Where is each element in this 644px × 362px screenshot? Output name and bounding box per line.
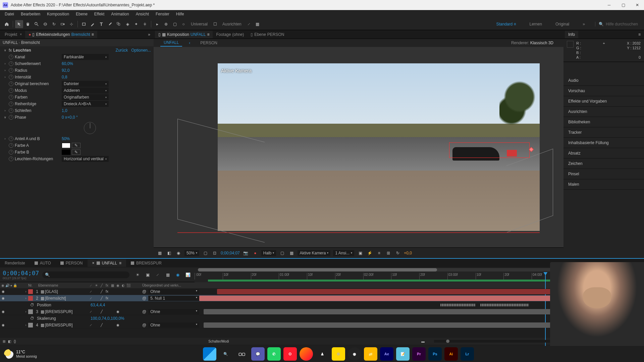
ruler-tick[interactable]: 10f xyxy=(391,273,419,280)
info-menu[interactable]: ≡ xyxy=(636,32,643,37)
ruler-tick[interactable]: 20f xyxy=(503,273,532,280)
workspace-more[interactable]: » xyxy=(580,20,588,28)
shy-toggle[interactable]: ⟋ xyxy=(89,296,93,301)
minimize-button[interactable]: ─ xyxy=(605,1,613,9)
frame-blend-icon[interactable]: ▦ xyxy=(164,271,172,279)
toggle-modes-icon[interactable]: ◧ xyxy=(8,340,11,343)
pickwhip-icon[interactable]: @ xyxy=(142,289,146,294)
panel-audio[interactable]: Audio xyxy=(564,75,644,86)
tab-komposition[interactable]: ▯ ▦ Komposition UNFALL ≡ xyxy=(155,31,213,38)
snap-tool[interactable]: ⟋ xyxy=(245,20,253,28)
parent-dropdown[interactable]: Ohne▾ xyxy=(148,322,199,328)
always-preview-icon[interactable]: ▦ xyxy=(156,250,163,256)
anchor-tool[interactable]: ⊹ xyxy=(67,20,75,28)
mask-icon[interactable]: ◉ xyxy=(175,250,182,256)
universal-checkbox[interactable]: ○ xyxy=(179,20,187,28)
layer-name[interactable]: [BREMSSPUR] xyxy=(45,323,89,327)
close-button[interactable]: ✕ xyxy=(633,1,641,9)
frameblend-switch-icon[interactable]: ▦ xyxy=(110,283,115,288)
tab-person[interactable]: PERSON xyxy=(56,259,88,267)
stopwatch-icon[interactable] xyxy=(9,95,13,100)
weather-widget[interactable]: 11°C Meist sonnig xyxy=(4,349,37,359)
fx-intensitaet-value[interactable]: 0,8 xyxy=(62,75,67,79)
speaker-column-icon[interactable]: 🔊 xyxy=(5,284,9,287)
illustrator-app[interactable]: Ai xyxy=(444,347,458,361)
collapse-switch-icon[interactable]: ☀ xyxy=(94,283,99,288)
adjustment-switch-icon[interactable]: ◐ xyxy=(121,283,125,288)
motionblur-toggle[interactable] xyxy=(115,289,120,294)
brush-tool[interactable] xyxy=(106,20,114,28)
layer-name[interactable]: [GLAS] xyxy=(45,289,89,294)
pickwhip-icon[interactable]: @ xyxy=(142,323,146,327)
explorer-app[interactable]: 📁 xyxy=(364,347,377,361)
channel-icon[interactable]: ● xyxy=(252,250,259,256)
shy-switch-icon[interactable]: ⟋ xyxy=(89,283,93,288)
pickwhip-icon[interactable]: @ xyxy=(142,296,146,301)
safe-zones-icon[interactable]: ▢ xyxy=(279,250,285,256)
visibility-toggle[interactable]: ◉ xyxy=(1,296,5,301)
ruler-tick[interactable]: :00f xyxy=(195,273,223,280)
tab-footage[interactable]: Footage (ohne) xyxy=(213,31,247,38)
tab-auto[interactable]: AUTO xyxy=(30,259,56,267)
snap-grid-tool[interactable]: ▦ xyxy=(254,20,262,28)
fx-radius-value[interactable]: 92,0 xyxy=(62,68,69,73)
hide-shy-icon[interactable]: ⟋ xyxy=(154,271,162,279)
selection-tool[interactable] xyxy=(15,20,23,28)
tab-effekteinstellungen[interactable]: ● ▯ Effekteinstellungen Bremslicht ≡ xyxy=(25,31,97,38)
stopwatch-icon[interactable] xyxy=(9,88,13,93)
puppet-tool[interactable] xyxy=(141,20,149,28)
fx-richtungen-dropdown[interactable]: Horizontal und vertikal▾ xyxy=(62,156,109,162)
stopwatch-icon[interactable]: ⏱ xyxy=(30,303,35,307)
fx-toggle[interactable] xyxy=(105,323,109,327)
fx-original-dropdown[interactable]: Dahinter▾ xyxy=(62,81,109,87)
menu-fenster[interactable]: Fenster xyxy=(152,10,173,18)
menu-hilfe[interactable]: Hilfe xyxy=(173,10,187,18)
visibility-toggle[interactable]: ◉ xyxy=(1,323,5,327)
task-view-button[interactable]: ▢▢ xyxy=(235,347,249,361)
fx-leuchten-header[interactable]: ∨ fx Leuchten Zurück Optionen... xyxy=(0,47,154,54)
home-tool[interactable] xyxy=(3,20,11,28)
motion-blur-icon[interactable]: ◉ xyxy=(174,271,182,279)
reset-exposure-icon[interactable]: ↻ xyxy=(394,250,401,256)
layer-color[interactable] xyxy=(28,289,33,294)
panel-inhaltsbasierte[interactable]: Inhaltsbasierte Füllung xyxy=(564,138,644,148)
motionblur-toggle[interactable]: ◉ xyxy=(115,309,120,314)
expand-arrow[interactable]: › xyxy=(23,297,28,300)
text-tool[interactable]: T xyxy=(97,20,105,28)
visibility-toggle[interactable]: ◉ xyxy=(1,309,5,314)
panel-overflow[interactable]: » xyxy=(146,32,152,37)
panel-tracker[interactable]: Tracker xyxy=(564,127,644,138)
maximize-button[interactable]: ▢ xyxy=(619,1,627,9)
eyedropper-b-icon[interactable]: ✎ xyxy=(72,149,80,155)
ruler-tick[interactable]: 10f xyxy=(476,273,504,280)
help-search[interactable]: 🔍 Hilfe durchsuchen xyxy=(595,22,641,26)
ruler-tick[interactable]: 10f xyxy=(307,273,335,280)
shy-toggle[interactable]: ⟋ xyxy=(89,323,93,327)
motionblur-switch-icon[interactable]: ◉ xyxy=(115,283,120,288)
time-navigator[interactable] xyxy=(198,268,437,272)
panel-zeichen[interactable]: Zeichen xyxy=(564,159,644,169)
parent-dropdown[interactable]: Ohne▾ xyxy=(148,289,199,294)
region-icon[interactable]: ⊡ xyxy=(211,250,218,256)
fx-toggle[interactable]: fx xyxy=(105,296,109,301)
fx-phase-value[interactable]: 0 x+0,0 ° xyxy=(62,115,78,120)
whatsapp-app[interactable]: ✆ xyxy=(267,347,281,361)
ruler-tick[interactable]: 10f xyxy=(223,273,251,280)
resolution-icon[interactable]: ▢ xyxy=(202,250,209,256)
quality-toggle[interactable]: ╱ xyxy=(99,323,104,327)
menu-bearbeiten[interactable]: Bearbeiten xyxy=(17,10,44,18)
roto-tool[interactable]: ✦ xyxy=(132,20,140,28)
renderer-info[interactable]: Renderer: Klassisch 3D xyxy=(511,41,557,45)
color-b-swatch[interactable] xyxy=(62,149,70,155)
quality-toggle[interactable]: ╱ xyxy=(99,296,104,301)
stopwatch-icon[interactable] xyxy=(9,136,13,141)
workspace-standard[interactable]: Standard ≡ xyxy=(493,20,519,28)
stopwatch-icon[interactable] xyxy=(9,102,13,106)
grid-icon[interactable]: ▦ xyxy=(288,250,295,256)
app-1[interactable]: ♟ xyxy=(316,347,329,361)
panel-absatz[interactable]: Absatz xyxy=(564,148,644,159)
rotate-tool[interactable]: ↻ xyxy=(50,20,58,28)
menu-ansicht[interactable]: Ansicht xyxy=(132,10,152,18)
eyedropper-a-icon[interactable]: ✎ xyxy=(72,143,80,148)
parent-dropdown[interactable]: 5. Null 1▾ xyxy=(148,296,199,301)
